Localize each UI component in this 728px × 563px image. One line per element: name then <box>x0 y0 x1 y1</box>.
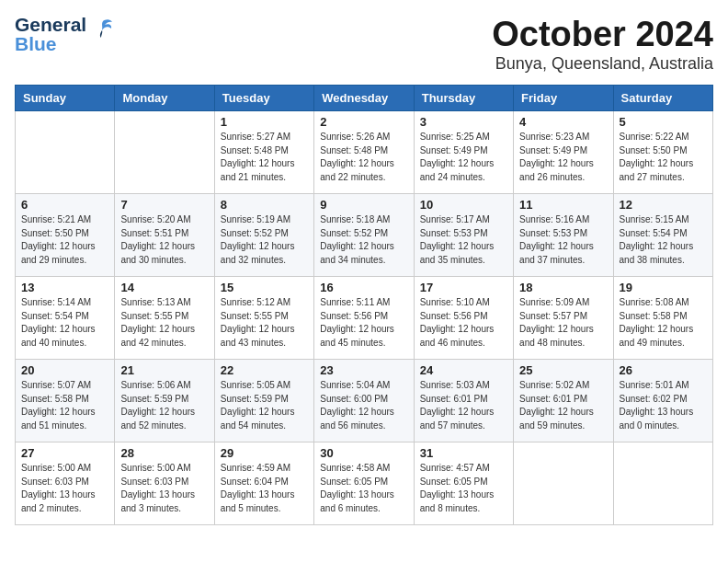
day-info: Sunrise: 5:25 AMSunset: 5:49 PMDaylight:… <box>420 131 507 184</box>
sunset: Sunset: 5:57 PM <box>519 311 587 321</box>
calendar-cell: 17Sunrise: 5:10 AMSunset: 5:56 PMDayligh… <box>414 277 513 360</box>
day-info: Sunrise: 5:21 AMSunset: 5:50 PMDaylight:… <box>21 213 108 267</box>
calendar-header-row: SundayMondayTuesdayWednesdayThursdayFrid… <box>16 86 713 111</box>
sunrise: Sunrise: 5:13 AM <box>120 297 190 307</box>
sunrise: Sunrise: 5:06 AM <box>120 380 190 390</box>
location-title: Bunya, Queensland, Australia <box>492 54 713 74</box>
sunset: Sunset: 5:59 PM <box>120 394 188 404</box>
month-title: October 2024 <box>492 15 713 54</box>
daylight: Daylight: 12 hours and 40 minutes. <box>21 324 96 348</box>
day-number: 13 <box>21 281 108 294</box>
daylight: Daylight: 12 hours and 32 minutes. <box>221 241 295 265</box>
calendar-cell: 15Sunrise: 5:12 AMSunset: 5:55 PMDayligh… <box>214 277 313 360</box>
sunset: Sunset: 6:01 PM <box>420 394 488 404</box>
day-info: Sunrise: 5:20 AMSunset: 5:51 PMDaylight:… <box>120 213 208 267</box>
calendar-cell: 24Sunrise: 5:03 AMSunset: 6:01 PMDayligh… <box>414 360 513 442</box>
calendar-cell: 29Sunrise: 4:59 AMSunset: 6:04 PMDayligh… <box>214 442 313 525</box>
calendar-cell: 7Sunrise: 5:20 AMSunset: 5:51 PMDaylight… <box>115 194 214 277</box>
calendar-cell: 3Sunrise: 5:25 AMSunset: 5:49 PMDaylight… <box>414 111 513 194</box>
sunset: Sunset: 5:54 PM <box>620 228 688 238</box>
daylight: Daylight: 12 hours and 38 minutes. <box>620 241 694 265</box>
header-thursday: Thursday <box>414 86 513 111</box>
daylight: Daylight: 12 hours and 57 minutes. <box>420 407 495 431</box>
header-saturday: Saturday <box>613 86 712 111</box>
daylight: Daylight: 12 hours and 37 minutes. <box>519 241 594 265</box>
daylight: Daylight: 12 hours and 52 minutes. <box>120 407 195 431</box>
day-info: Sunrise: 5:04 AMSunset: 6:00 PMDaylight:… <box>320 379 407 432</box>
daylight: Daylight: 12 hours and 24 minutes. <box>420 158 495 182</box>
sunrise: Sunrise: 4:59 AM <box>221 463 290 473</box>
day-number: 15 <box>221 281 308 294</box>
calendar-table: SundayMondayTuesdayWednesdayThursdayFrid… <box>15 85 713 525</box>
sunset: Sunset: 5:58 PM <box>21 394 89 404</box>
calendar-cell: 18Sunrise: 5:09 AMSunset: 5:57 PMDayligh… <box>514 277 613 360</box>
day-number: 19 <box>620 281 707 294</box>
daylight: Daylight: 13 hours and 2 minutes. <box>21 489 96 513</box>
sunset: Sunset: 5:58 PM <box>620 311 688 321</box>
daylight: Daylight: 12 hours and 22 minutes. <box>320 158 394 182</box>
calendar-cell: 27Sunrise: 5:00 AMSunset: 6:03 PMDayligh… <box>16 442 115 525</box>
day-info: Sunrise: 5:12 AMSunset: 5:55 PMDaylight:… <box>221 296 308 350</box>
day-number: 26 <box>620 363 707 377</box>
header-friday: Friday <box>514 86 613 111</box>
day-info: Sunrise: 4:57 AMSunset: 6:05 PMDaylight:… <box>420 462 507 515</box>
daylight: Daylight: 12 hours and 35 minutes. <box>420 241 495 265</box>
day-number: 23 <box>320 363 407 377</box>
sunset: Sunset: 6:01 PM <box>519 394 587 404</box>
header-monday: Monday <box>115 86 214 111</box>
day-info: Sunrise: 5:18 AMSunset: 5:52 PMDaylight:… <box>320 213 407 267</box>
sunset: Sunset: 5:50 PM <box>21 228 89 238</box>
sunset: Sunset: 5:50 PM <box>620 145 688 155</box>
calendar-cell: 5Sunrise: 5:22 AMSunset: 5:50 PMDaylight… <box>613 111 712 194</box>
daylight: Daylight: 12 hours and 59 minutes. <box>519 407 594 431</box>
sunset: Sunset: 5:55 PM <box>120 311 188 321</box>
calendar-cell: 26Sunrise: 5:01 AMSunset: 6:02 PMDayligh… <box>613 360 712 442</box>
header-sunday: Sunday <box>16 86 115 111</box>
day-info: Sunrise: 5:22 AMSunset: 5:50 PMDaylight:… <box>620 131 707 184</box>
sunrise: Sunrise: 5:05 AM <box>221 380 290 390</box>
day-info: Sunrise: 5:19 AMSunset: 5:52 PMDaylight:… <box>221 213 308 267</box>
calendar-cell: 31Sunrise: 4:57 AMSunset: 6:05 PMDayligh… <box>414 442 513 525</box>
day-info: Sunrise: 5:16 AMSunset: 5:53 PMDaylight:… <box>519 213 607 267</box>
sunset: Sunset: 6:02 PM <box>620 394 688 404</box>
sunrise: Sunrise: 5:14 AM <box>21 297 91 307</box>
sunset: Sunset: 5:56 PM <box>320 311 388 321</box>
daylight: Daylight: 13 hours and 3 minutes. <box>120 489 195 513</box>
sunrise: Sunrise: 5:26 AM <box>320 132 390 142</box>
sunrise: Sunrise: 5:16 AM <box>519 214 589 224</box>
sunset: Sunset: 5:49 PM <box>519 145 587 155</box>
day-number: 7 <box>120 198 208 212</box>
logo-bird-icon <box>90 16 116 45</box>
day-number: 9 <box>320 198 407 212</box>
daylight: Daylight: 12 hours and 26 minutes. <box>519 158 594 182</box>
calendar-cell: 23Sunrise: 5:04 AMSunset: 6:00 PMDayligh… <box>314 360 414 442</box>
calendar-cell: 25Sunrise: 5:02 AMSunset: 6:01 PMDayligh… <box>514 360 613 442</box>
daylight: Daylight: 12 hours and 27 minutes. <box>620 158 694 182</box>
sunrise: Sunrise: 5:22 AM <box>620 132 689 142</box>
sunrise: Sunrise: 5:19 AM <box>221 214 290 224</box>
daylight: Daylight: 12 hours and 30 minutes. <box>120 241 195 265</box>
sunset: Sunset: 6:00 PM <box>320 394 388 404</box>
day-number: 12 <box>620 198 707 212</box>
day-number: 3 <box>420 115 507 129</box>
day-info: Sunrise: 5:13 AMSunset: 5:55 PMDaylight:… <box>120 296 208 350</box>
day-info: Sunrise: 5:27 AMSunset: 5:48 PMDaylight:… <box>221 131 308 184</box>
day-number: 18 <box>519 281 607 294</box>
calendar-cell: 10Sunrise: 5:17 AMSunset: 5:53 PMDayligh… <box>414 194 513 277</box>
day-number: 31 <box>420 446 507 460</box>
calendar-cell: 20Sunrise: 5:07 AMSunset: 5:58 PMDayligh… <box>16 360 115 442</box>
logo-line2: Blue <box>15 34 86 53</box>
calendar-cell: 14Sunrise: 5:13 AMSunset: 5:55 PMDayligh… <box>115 277 214 360</box>
calendar-week-3: 13Sunrise: 5:14 AMSunset: 5:54 PMDayligh… <box>16 277 713 360</box>
day-number: 27 <box>21 446 108 460</box>
day-number: 5 <box>620 115 707 129</box>
day-number: 25 <box>519 363 607 377</box>
logo: General Blue <box>15 15 116 53</box>
header-wednesday: Wednesday <box>314 86 414 111</box>
day-number: 20 <box>21 363 108 377</box>
sunrise: Sunrise: 5:15 AM <box>620 214 689 224</box>
sunset: Sunset: 5:48 PM <box>320 145 388 155</box>
calendar-cell <box>514 442 613 525</box>
calendar-cell: 1Sunrise: 5:27 AMSunset: 5:48 PMDaylight… <box>214 111 313 194</box>
calendar-cell: 2Sunrise: 5:26 AMSunset: 5:48 PMDaylight… <box>314 111 414 194</box>
